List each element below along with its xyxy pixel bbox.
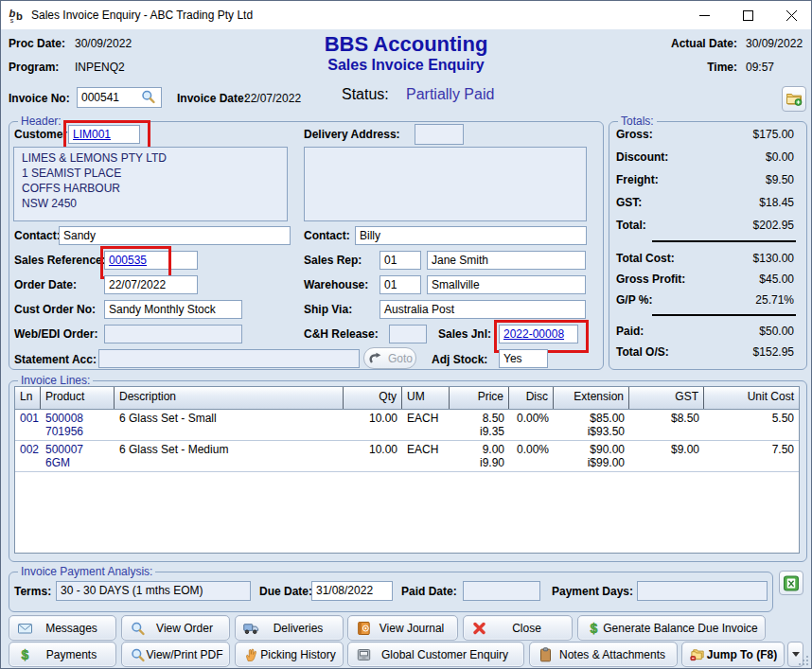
folder-add-icon [786, 91, 803, 107]
sales-jnl-field[interactable]: 2022-00008 [499, 325, 578, 343]
clipboard-icon [538, 647, 554, 662]
ship-via-field[interactable]: Australia Post [380, 300, 586, 319]
totals-separator-1 [652, 240, 796, 242]
goto-button[interactable]: Goto [363, 347, 416, 369]
payment-days-field[interactable] [637, 581, 768, 601]
resize-grip[interactable] [798, 655, 809, 666]
actual-date-value: 30/09/2022 [746, 37, 803, 50]
close-x-icon [471, 621, 487, 636]
statement-acc-label: Statement Acc: [14, 353, 97, 366]
generate-balance-due-invoice-button[interactable]: $ Generate Balance Due Invoice [577, 615, 766, 641]
delivery-address-code-field[interactable] [415, 124, 464, 145]
cell-extension: $85.00i$93.50 [554, 412, 629, 438]
customer-code-field[interactable]: LIM001 [68, 125, 140, 144]
deliveries-button[interactable]: Deliveries [235, 615, 344, 641]
cell-um: EACH [402, 412, 450, 438]
export-excel-button[interactable] [779, 571, 803, 595]
col-header-qty: Qty [344, 387, 402, 409]
sales-rep-name-field[interactable]: Jane Smith [427, 251, 586, 270]
delivery-contact-field[interactable]: Billy [355, 226, 587, 245]
web-edi-order-field[interactable] [104, 325, 242, 343]
cell-um: EACH [402, 443, 450, 469]
adj-stock-label: Adj Stock: [432, 353, 487, 366]
goto-button-label: Goto [388, 352, 413, 365]
goto-arrow-icon [367, 352, 384, 364]
warehouse-name-field[interactable]: Smallville [427, 275, 586, 294]
col-header-ln: Ln [15, 387, 41, 409]
cell-description: 6 Glass Set - Medium [115, 443, 344, 469]
terminal-icon [356, 647, 372, 662]
cell-ln: 001 [15, 412, 41, 438]
customer-address-box[interactable]: LIMES & LEMONS PTY LTD 1 SEAMIST PLACE C… [13, 147, 288, 221]
close-form-button-label: Close [487, 622, 566, 635]
view-order-button[interactable]: View Order [121, 615, 230, 641]
cell-price: 9.00i9.90 [450, 443, 509, 469]
view-journal-button[interactable]: View Journal [347, 615, 458, 641]
totals-separator-2 [652, 314, 796, 316]
svg-text:b: b [16, 10, 23, 22]
statement-acc-field[interactable] [98, 349, 360, 368]
payment-analysis-legend: Invoice Payment Analysis: [18, 565, 155, 578]
order-date-label: Order Date: [14, 278, 77, 291]
app-logo-icon: bbs [9, 7, 26, 24]
close-button[interactable] [769, 1, 812, 29]
payments-button[interactable]: $ Payments [9, 642, 116, 667]
payments-button-label: Payments [33, 648, 110, 661]
jump-to-button-label: Jump To (F8) [706, 648, 778, 661]
paid-date-label: Paid Date: [401, 585, 457, 598]
minimize-button[interactable] [682, 1, 726, 29]
cell-price: 8.50i9.35 [450, 412, 509, 438]
picking-history-button-label: Picking History [259, 648, 337, 661]
title-bar: bbs Sales Invoice Enquiry - ABC Trading … [1, 1, 811, 29]
minimize-icon [699, 10, 710, 21]
delivery-address-box[interactable] [304, 147, 587, 221]
view-order-button-label: View Order [146, 622, 223, 635]
search-icon [140, 89, 156, 104]
messages-button[interactable]: Messages [9, 615, 116, 641]
due-date-field[interactable]: 31/08/2022 [311, 581, 393, 601]
sales-reference-field[interactable]: 000535 [104, 251, 198, 270]
notes-attachments-button[interactable]: Notes & Attachments [529, 642, 678, 667]
magnifier-icon [130, 647, 146, 662]
ship-via-label: Ship Via: [304, 303, 352, 316]
cell-description: 6 Glass Set - Small [115, 412, 344, 438]
jump-to-button[interactable]: Jump To (F8) [681, 642, 785, 667]
maximize-button[interactable] [726, 1, 769, 29]
invoice-no-search-button[interactable] [140, 89, 156, 108]
col-header-price: Price [450, 387, 509, 409]
invoice-line-row-1[interactable]: 001 500008701956 6 Glass Set - Small 10.… [15, 410, 799, 441]
actual-date-label: Actual Date: [626, 37, 737, 50]
contact-field[interactable]: Sandy [59, 226, 291, 245]
cell-gst: $8.50 [629, 412, 704, 438]
sales-reference-link[interactable]: 000535 [109, 254, 147, 267]
paid-date-field[interactable] [463, 581, 540, 601]
gp-percent-value: 25.71% [616, 293, 794, 307]
col-header-unit-cost: Unit Cost [704, 387, 799, 409]
ch-release-field[interactable] [389, 325, 427, 343]
invoice-line-row-2[interactable]: 002 5000076GM 6 Glass Set - Medium 10.00… [15, 441, 799, 472]
picking-history-button[interactable]: Picking History [235, 642, 344, 667]
due-date-label: Due Date: [259, 585, 312, 598]
sales-rep-code-field[interactable]: 01 [380, 251, 421, 270]
open-folder-button[interactable] [782, 86, 806, 112]
cust-order-no-field[interactable]: Sandy Monthly Stock [104, 300, 242, 319]
excel-icon [783, 575, 800, 591]
adj-stock-field[interactable]: Yes [499, 349, 548, 368]
sales-jnl-link[interactable]: 2022-00008 [503, 327, 564, 341]
global-customer-enquiry-button[interactable]: Global Customer Enquiry [347, 642, 524, 667]
customer-code-link[interactable]: LIM001 [73, 128, 111, 141]
payment-days-label: Payment Days: [552, 585, 633, 598]
total-value: $202.95 [616, 219, 794, 232]
messages-button-label: Messages [33, 622, 110, 635]
close-form-button[interactable]: Close [463, 615, 573, 641]
hand-icon [243, 647, 259, 662]
cell-extension: $90.00i$99.00 [554, 443, 629, 469]
svg-text:$: $ [591, 621, 598, 636]
order-date-field[interactable]: 22/07/2022 [104, 275, 198, 294]
terms-field[interactable]: 30 - 30 DAYS (1 mths EOM) [56, 581, 251, 601]
cell-gst: $9.00 [629, 443, 704, 469]
view-print-pdf-button[interactable]: View/Print PDF [121, 642, 230, 667]
warehouse-code-field[interactable]: 01 [380, 275, 421, 294]
dollar-icon: $ [586, 621, 602, 636]
delivery-contact-label: Contact: [304, 229, 350, 242]
